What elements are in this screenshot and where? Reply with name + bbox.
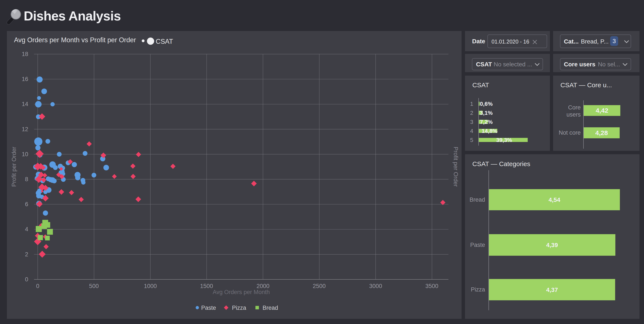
svg-text:500: 500 (89, 283, 99, 289)
svg-text:18: 18 (22, 51, 28, 57)
svg-text:2500: 2500 (313, 283, 326, 289)
svg-text:8: 8 (25, 176, 28, 182)
svg-text:0: 0 (25, 276, 28, 283)
svg-text:Core: Core (568, 104, 581, 111)
svg-text:14,8%: 14,8% (482, 128, 498, 134)
svg-text:Not core: Not core (559, 130, 581, 136)
svg-text:1000: 1000 (144, 283, 157, 289)
svg-text:4,39: 4,39 (546, 242, 558, 248)
svg-text:7,2%: 7,2% (480, 119, 492, 125)
svg-text:0: 0 (36, 283, 39, 289)
svg-text:2000: 2000 (256, 283, 270, 289)
svg-text:Avg Orders per Month: Avg Orders per Month (212, 289, 270, 295)
svg-text:users: users (566, 112, 581, 118)
svg-text:1500: 1500 (200, 283, 213, 289)
svg-text:4,37: 4,37 (546, 286, 558, 293)
svg-text:Paste: Paste (201, 304, 216, 311)
svg-text:14: 14 (22, 101, 28, 107)
svg-text:5: 5 (470, 137, 473, 143)
svg-text:4,54: 4,54 (548, 196, 560, 203)
svg-text:16: 16 (22, 76, 28, 82)
svg-text:3,1%: 3,1% (480, 110, 492, 116)
svg-text:Pizza: Pizza (471, 286, 485, 293)
svg-text:Profit per Order: Profit per Order (452, 147, 459, 187)
svg-text:2: 2 (470, 110, 473, 116)
svg-text:3: 3 (470, 119, 473, 125)
svg-text:0,6%: 0,6% (480, 100, 492, 107)
svg-text:Profit per Order: Profit per Order (11, 147, 17, 187)
svg-text:3500: 3500 (426, 283, 438, 289)
svg-text:10: 10 (22, 151, 28, 158)
svg-text:3000: 3000 (369, 283, 382, 289)
svg-text:4: 4 (470, 128, 473, 134)
svg-text:6: 6 (25, 201, 28, 208)
svg-text:Bread: Bread (470, 196, 485, 203)
svg-text:4: 4 (25, 226, 28, 232)
svg-text:1: 1 (470, 100, 473, 107)
svg-text:39,3%: 39,3% (496, 137, 512, 143)
svg-text:Bread: Bread (262, 304, 278, 311)
svg-text:2: 2 (25, 251, 28, 258)
svg-text:4,42: 4,42 (596, 107, 608, 114)
svg-text:4,28: 4,28 (595, 129, 608, 136)
svg-text:Pizza: Pizza (232, 304, 246, 311)
svg-text:12: 12 (22, 126, 28, 132)
svg-text:Paste: Paste (470, 242, 485, 248)
